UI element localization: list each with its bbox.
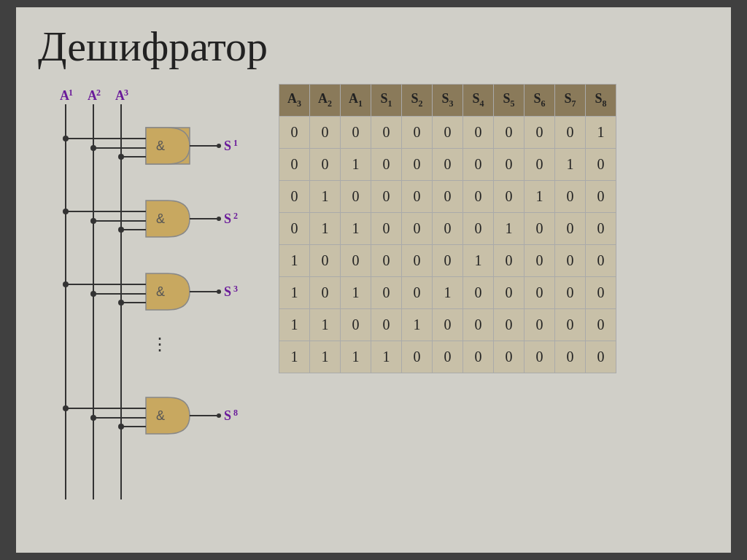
table-cell: 0 xyxy=(494,277,525,309)
svg-text:&: & xyxy=(156,284,165,299)
table-cell: 1 xyxy=(341,341,371,373)
svg-point-48 xyxy=(63,405,69,411)
table-cell: 0 xyxy=(402,341,433,373)
table-cell: 0 xyxy=(586,149,616,181)
table-cell: 0 xyxy=(525,149,555,181)
truth-table-container: A3 A2 A1 S1 S2 S3 S4 S5 S6 S7 S8 0000000… xyxy=(279,84,616,373)
table-cell: 0 xyxy=(433,181,463,213)
table-cell: 0 xyxy=(402,245,433,277)
table-cell: 0 xyxy=(371,309,402,341)
table-cell: 1 xyxy=(279,277,310,309)
table-cell: 0 xyxy=(494,309,525,341)
table-cell: 0 xyxy=(402,213,433,245)
table-row: 01100001000 xyxy=(279,213,616,245)
table-cell: 0 xyxy=(494,341,525,373)
header-s5: S5 xyxy=(494,85,525,117)
table-cell: 0 xyxy=(463,277,494,309)
table-cell: 0 xyxy=(586,309,616,341)
table-cell: 1 xyxy=(310,181,341,213)
svg-point-49 xyxy=(90,415,96,421)
table-cell: 0 xyxy=(433,213,463,245)
table-cell: 1 xyxy=(341,277,371,309)
table-cell: 1 xyxy=(463,245,494,277)
svg-point-37 xyxy=(90,291,96,297)
header-s8: S8 xyxy=(586,85,616,117)
svg-text:⋮: ⋮ xyxy=(151,335,169,354)
table-cell: 1 xyxy=(310,213,341,245)
table-row: 01000000100 xyxy=(279,181,616,213)
table-cell: 0 xyxy=(463,213,494,245)
table-cell: 1 xyxy=(310,309,341,341)
svg-text:&: & xyxy=(156,211,165,226)
table-cell: 0 xyxy=(402,149,433,181)
table-row: 00100000010 xyxy=(279,149,616,181)
svg-text:S: S xyxy=(224,284,231,299)
table-cell: 1 xyxy=(402,309,433,341)
table-cell: 0 xyxy=(586,277,616,309)
table-cell: 0 xyxy=(494,245,525,277)
truth-table: A3 A2 A1 S1 S2 S3 S4 S5 S6 S7 S8 0000000… xyxy=(279,84,616,373)
svg-point-52 xyxy=(217,413,221,418)
table-cell: 0 xyxy=(555,181,586,213)
svg-point-36 xyxy=(63,281,69,287)
table-row: 00000000001 xyxy=(279,117,616,149)
table-row: 11001000000 xyxy=(279,309,616,341)
table-cell: 0 xyxy=(371,117,402,149)
svg-text:3: 3 xyxy=(233,284,238,294)
table-cell: 0 xyxy=(494,149,525,181)
table-cell: 1 xyxy=(586,117,616,149)
table-cell: 0 xyxy=(279,181,310,213)
table-cell: 0 xyxy=(463,181,494,213)
table-row: 11110000000 xyxy=(279,341,616,373)
svg-text:2: 2 xyxy=(233,211,238,221)
circuit-diagram: A 1 A 2 A 3 & xyxy=(38,84,264,507)
svg-point-16 xyxy=(118,154,124,160)
table-cell: 0 xyxy=(371,181,402,213)
table-cell: 1 xyxy=(279,245,310,277)
table-cell: 0 xyxy=(310,277,341,309)
table-cell: 0 xyxy=(433,245,463,277)
table-cell: 1 xyxy=(279,309,310,341)
svg-text:2: 2 xyxy=(96,88,101,98)
svg-text:&: & xyxy=(156,139,165,153)
svg-point-27 xyxy=(118,227,124,233)
svg-text:1: 1 xyxy=(69,88,73,98)
table-cell: 0 xyxy=(310,149,341,181)
table-cell: 0 xyxy=(555,309,586,341)
table-cell: 0 xyxy=(586,181,616,213)
header-s2: S2 xyxy=(402,85,433,117)
table-cell: 0 xyxy=(310,245,341,277)
header-a3: A3 xyxy=(279,85,310,117)
table-cell: 0 xyxy=(402,117,433,149)
header-s1: S1 xyxy=(371,85,402,117)
table-cell: 0 xyxy=(402,277,433,309)
table-cell: 1 xyxy=(525,181,555,213)
svg-text:S: S xyxy=(224,139,231,153)
table-cell: 1 xyxy=(310,341,341,373)
table-header-row: A3 A2 A1 S1 S2 S3 S4 S5 S6 S7 S8 xyxy=(279,85,616,117)
svg-point-40 xyxy=(217,289,221,294)
table-cell: 0 xyxy=(279,213,310,245)
table-cell: 0 xyxy=(555,117,586,149)
table-cell: 0 xyxy=(525,245,555,277)
svg-point-38 xyxy=(118,300,124,306)
table-cell: 0 xyxy=(341,309,371,341)
table-cell: 0 xyxy=(586,341,616,373)
table-cell: 1 xyxy=(341,149,371,181)
table-cell: 0 xyxy=(402,181,433,213)
table-cell: 0 xyxy=(525,213,555,245)
table-cell: 0 xyxy=(586,245,616,277)
table-cell: 0 xyxy=(494,117,525,149)
table-cell: 0 xyxy=(555,277,586,309)
table-cell: 0 xyxy=(463,149,494,181)
table-cell: 0 xyxy=(586,213,616,245)
svg-point-26 xyxy=(90,218,96,224)
table-cell: 1 xyxy=(279,341,310,373)
table-cell: 0 xyxy=(433,309,463,341)
table-cell: 0 xyxy=(463,309,494,341)
page-title: Дешифратор xyxy=(38,22,709,71)
table-cell: 0 xyxy=(433,149,463,181)
header-a1: A1 xyxy=(341,85,371,117)
table-cell: 0 xyxy=(371,245,402,277)
svg-text:8: 8 xyxy=(233,408,238,418)
